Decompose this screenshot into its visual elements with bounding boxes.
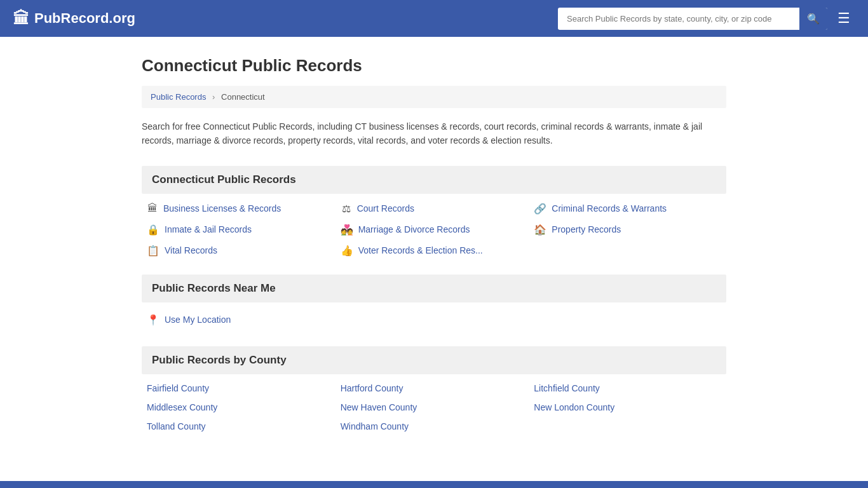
near-me-heading: Public Records Near Me: [142, 274, 726, 302]
record-label-marriage: Marriage & Divorce Records: [358, 224, 470, 234]
business-icon: 🏛: [147, 203, 158, 214]
county-middlesex[interactable]: Middlesex County: [147, 402, 334, 412]
logo-icon: 🏛: [13, 9, 29, 29]
hamburger-button[interactable]: ☰: [832, 8, 855, 29]
record-item-inmate[interactable]: 🔒 Inmate & Jail Records: [147, 224, 334, 236]
main-content: Connecticut Public Records Public Record…: [129, 37, 739, 462]
record-label-business: Business Licenses & Records: [163, 203, 281, 214]
record-label-vital: Vital Records: [165, 245, 217, 255]
header-right: 🔍 ☰: [558, 8, 855, 30]
breadcrumb: Public Records › Connecticut: [142, 86, 726, 108]
inmate-icon: 🔒: [147, 224, 159, 236]
breadcrumb-home[interactable]: Public Records: [151, 92, 206, 102]
near-me-section: Public Records Near Me 📍 Use My Location: [142, 274, 726, 329]
record-label-court: Court Records: [357, 203, 414, 214]
site-header: 🏛 PubRecord.org 🔍 ☰: [0, 0, 868, 37]
court-icon: ⚖: [341, 203, 352, 215]
ct-records-section: Connecticut Public Records 🏛 Business Li…: [142, 166, 726, 257]
site-logo[interactable]: 🏛 PubRecord.org: [13, 9, 135, 29]
record-label-voter: Voter Records & Election Res...: [358, 245, 483, 255]
county-heading: Public Records by County: [142, 346, 726, 374]
vital-icon: 📋: [147, 245, 159, 257]
county-section: Public Records by County Fairfield Count…: [142, 346, 726, 431]
record-item-court[interactable]: ⚖ Court Records: [341, 203, 528, 215]
page-description: Search for free Connecticut Public Recor…: [142, 119, 726, 148]
breadcrumb-separator: ›: [212, 92, 215, 102]
property-icon: 🏠: [534, 224, 546, 236]
record-item-property[interactable]: 🏠 Property Records: [534, 224, 721, 236]
page-title: Connecticut Public Records: [142, 56, 726, 76]
ct-records-heading: Connecticut Public Records: [142, 166, 726, 194]
search-button[interactable]: 🔍: [799, 8, 827, 30]
criminal-icon: 🔗: [534, 203, 546, 215]
county-windham[interactable]: Windham County: [341, 421, 528, 431]
record-item-marriage[interactable]: 💑 Marriage & Divorce Records: [341, 224, 528, 236]
county-newlondon[interactable]: New London County: [534, 402, 721, 412]
location-icon: 📍: [147, 314, 159, 326]
county-tolland[interactable]: Tolland County: [147, 421, 334, 431]
search-bar: 🔍: [558, 8, 827, 30]
voter-icon: 👍: [341, 245, 353, 257]
logo-text: PubRecord.org: [34, 10, 135, 27]
record-item-vital[interactable]: 📋 Vital Records: [147, 245, 334, 257]
county-litchfield[interactable]: Litchfield County: [534, 383, 721, 393]
use-my-location[interactable]: 📍 Use My Location: [142, 311, 726, 329]
county-fairfield[interactable]: Fairfield County: [147, 383, 334, 393]
record-label-inmate: Inmate & Jail Records: [165, 224, 252, 234]
record-label-criminal: Criminal Records & Warrants: [552, 203, 667, 214]
record-item-voter[interactable]: 👍 Voter Records & Election Res...: [341, 245, 528, 257]
county-grid: Fairfield County Hartford County Litchfi…: [142, 383, 726, 431]
record-label-property: Property Records: [552, 224, 621, 234]
marriage-icon: 💑: [341, 224, 353, 236]
county-hartford[interactable]: Hartford County: [341, 383, 528, 393]
county-newhaven[interactable]: New Haven County: [341, 402, 528, 412]
location-label: Use My Location: [165, 315, 231, 325]
records-grid: 🏛 Business Licenses & Records ⚖ Court Re…: [142, 203, 726, 257]
record-item-criminal[interactable]: 🔗 Criminal Records & Warrants: [534, 203, 721, 215]
record-item-business[interactable]: 🏛 Business Licenses & Records: [147, 203, 334, 215]
site-footer: About Us Contact Us Privacy Policy Terms…: [0, 481, 868, 488]
breadcrumb-current: Connecticut: [221, 92, 265, 102]
search-input[interactable]: [558, 9, 799, 29]
